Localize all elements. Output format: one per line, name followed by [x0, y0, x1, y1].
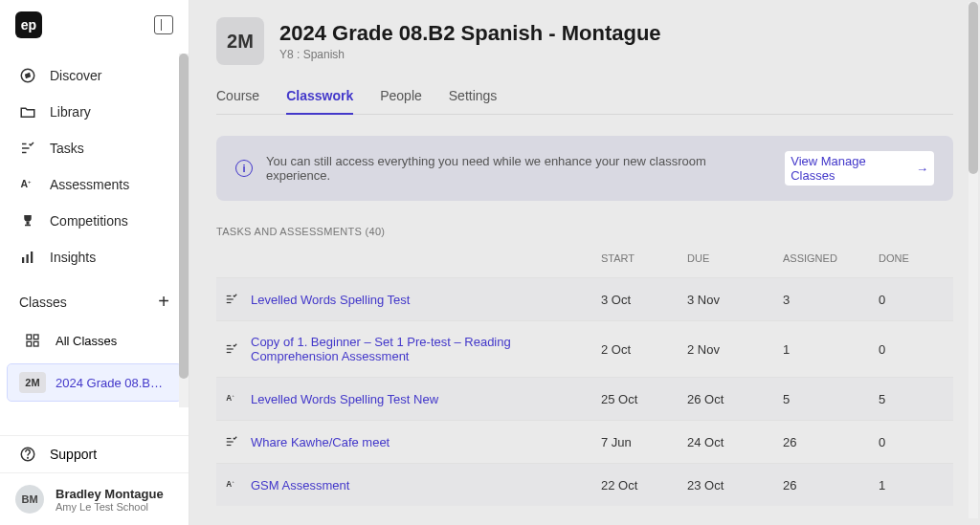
- sidebar-collapse-button[interactable]: [154, 15, 173, 34]
- svg-rect-11: [31, 252, 33, 263]
- page-title: 2024 Grade 08.B2 Spanish - Montague: [279, 21, 661, 46]
- task-done: 0: [879, 293, 946, 307]
- task-assigned: 26: [783, 435, 879, 449]
- sidebar-all-classes[interactable]: All Classes: [8, 324, 181, 357]
- task-table-header: START DUE ASSIGNED DONE: [216, 249, 953, 277]
- sidebar-footer: Support BM Bradley Montague Amy Le Test …: [0, 435, 189, 525]
- nav-competitions[interactable]: Competitions: [0, 203, 189, 239]
- task-done: 1: [879, 478, 946, 492]
- task-done: 5: [879, 392, 946, 406]
- nav-insights[interactable]: Insights: [0, 239, 189, 275]
- assessment-icon: A+: [224, 477, 239, 492]
- svg-rect-14: [27, 341, 32, 346]
- class-label: 2024 Grade 08.B2 …: [56, 376, 169, 390]
- svg-rect-7: [27, 222, 30, 225]
- nav-tasks[interactable]: Tasks: [0, 130, 189, 166]
- task-due: 2 Nov: [687, 342, 783, 357]
- svg-text:A: A: [226, 480, 232, 489]
- all-classes-label: All Classes: [56, 334, 117, 348]
- nav-discover[interactable]: Discover: [0, 57, 189, 94]
- task-start: 3 Oct: [601, 293, 687, 307]
- support-label: Support: [50, 447, 97, 462]
- classes-label: Classes: [19, 295, 67, 310]
- sidebar: ep Discover Library Tasks: [0, 0, 189, 525]
- col-due: DUE: [687, 252, 783, 264]
- task-assigned: 5: [783, 392, 879, 406]
- help-icon: [19, 446, 36, 463]
- add-class-button[interactable]: +: [158, 291, 169, 313]
- task-icon: [224, 292, 239, 307]
- task-start: 7 Jun: [601, 435, 687, 449]
- logo[interactable]: ep: [15, 11, 42, 38]
- nav-label: Competitions: [50, 213, 128, 229]
- svg-rect-15: [33, 341, 38, 346]
- nav-label: Library: [50, 104, 91, 120]
- task-icon: [224, 341, 239, 357]
- task-name: Levelled Words Spelling Test: [251, 293, 601, 307]
- tab-settings[interactable]: Settings: [449, 78, 498, 114]
- tab-classwork[interactable]: Classwork: [286, 78, 353, 115]
- task-row[interactable]: A+Levelled Words Spelling Test New25 Oct…: [216, 377, 953, 420]
- app-shell: ep Discover Library Tasks: [0, 0, 980, 525]
- main-content: 2M 2024 Grade 08.B2 Spanish - Montague Y…: [189, 0, 980, 525]
- task-row[interactable]: Copy of 1. Beginner – Set 1 Pre-test – R…: [216, 320, 953, 377]
- task-assigned: 26: [783, 478, 879, 492]
- avatar: BM: [15, 485, 44, 514]
- svg-rect-12: [27, 335, 32, 339]
- task-row[interactable]: A+GSM Assessment22 Oct23 Oct261: [216, 463, 953, 506]
- nav-support[interactable]: Support: [0, 435, 189, 472]
- class-header: 2M 2024 Grade 08.B2 Spanish - Montague Y…: [216, 17, 953, 65]
- arrow-right-icon: →: [916, 162, 928, 176]
- task-due: 23 Oct: [687, 478, 783, 492]
- folder-icon: [19, 103, 36, 120]
- nav-label: Assessments: [50, 177, 129, 192]
- task-due: 24 Oct: [687, 435, 783, 449]
- class-badge: 2M: [19, 372, 46, 393]
- tabs: Course Classwork People Settings: [216, 78, 953, 115]
- svg-rect-13: [33, 335, 38, 339]
- task-name: GSM Assessment: [251, 478, 601, 492]
- user-name: Bradley Montague: [56, 487, 164, 501]
- task-start: 25 Oct: [601, 392, 687, 406]
- task-start: 2 Oct: [601, 342, 687, 357]
- class-avatar: 2M: [216, 17, 264, 65]
- tasks-icon: [19, 140, 36, 157]
- section-title: TASKS AND ASSESSMENTS (40): [216, 226, 953, 237]
- task-due: 26 Oct: [687, 392, 783, 406]
- task-due: 3 Nov: [687, 293, 783, 307]
- assessment-icon: A+: [19, 176, 36, 193]
- compass-icon: [19, 67, 36, 84]
- svg-text:+: +: [28, 179, 32, 185]
- task-name: Copy of 1. Beginner – Set 1 Pre-test – R…: [251, 335, 601, 363]
- task-done: 0: [879, 342, 946, 357]
- primary-nav: Discover Library Tasks A+ Assessments: [0, 46, 189, 279]
- task-row[interactable]: Whare Kawhe/Cafe meet7 Jun24 Oct260: [216, 420, 953, 463]
- grid-icon: [19, 332, 46, 349]
- sidebar-scrollbar[interactable]: [179, 54, 189, 407]
- col-done: DONE: [879, 252, 946, 264]
- svg-text:+: +: [233, 393, 235, 398]
- nav-label: Insights: [50, 250, 96, 265]
- svg-rect-9: [22, 257, 24, 263]
- nav-library[interactable]: Library: [0, 94, 189, 130]
- task-name: Whare Kawhe/Cafe meet: [251, 435, 601, 449]
- sidebar-top: ep: [0, 0, 189, 46]
- svg-point-17: [28, 457, 29, 458]
- nav-label: Tasks: [50, 141, 84, 156]
- info-banner: i You can still access everything you ne…: [216, 136, 953, 201]
- sidebar-class-selected[interactable]: 2M 2024 Grade 08.B2 …: [8, 364, 181, 401]
- task-row[interactable]: Levelled Words Spelling Test3 Oct3 Nov30: [216, 277, 953, 320]
- svg-text:A: A: [226, 394, 232, 403]
- svg-marker-1: [26, 74, 31, 78]
- col-assigned: ASSIGNED: [783, 252, 879, 264]
- task-assigned: 1: [783, 342, 879, 357]
- nav-assessments[interactable]: A+ Assessments: [0, 166, 189, 203]
- task-done: 0: [879, 435, 946, 449]
- tab-people[interactable]: People: [380, 78, 422, 114]
- task-start: 22 Oct: [601, 478, 687, 492]
- tab-course[interactable]: Course: [216, 78, 259, 114]
- view-manage-classes-link[interactable]: View Manage Classes →: [785, 151, 934, 186]
- user-block[interactable]: BM Bradley Montague Amy Le Test School: [0, 472, 189, 525]
- main-scrollbar[interactable]: [969, 2, 978, 518]
- svg-text:+: +: [233, 479, 235, 484]
